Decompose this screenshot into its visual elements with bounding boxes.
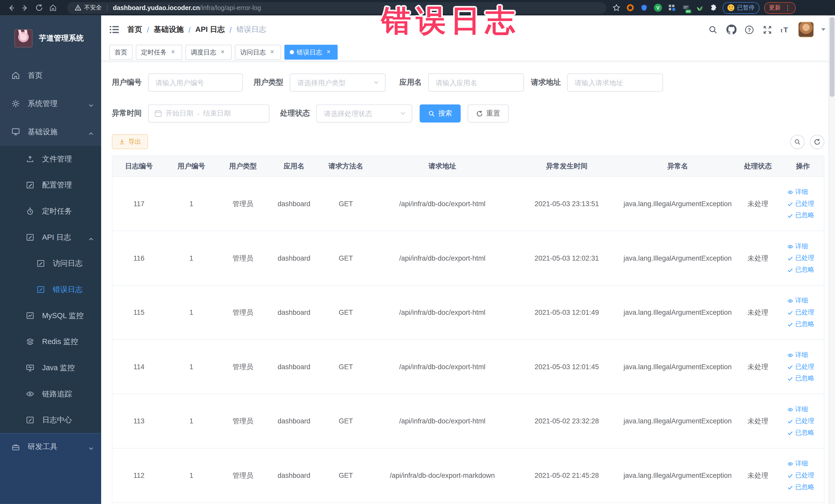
check-icon <box>787 375 794 382</box>
mark-processed-link[interactable]: 已处理 <box>787 308 814 317</box>
sidebar-item-home[interactable]: 首页 <box>0 61 101 89</box>
avatar-caret-icon[interactable] <box>821 28 826 31</box>
user-avatar[interactable] <box>798 22 814 37</box>
sidebar-item-api-log[interactable]: API 日志 <box>0 224 101 250</box>
detail-link[interactable]: 详细 <box>787 350 808 360</box>
url-divider <box>107 5 107 11</box>
detail-link[interactable]: 详细 <box>787 459 808 468</box>
eye-icon <box>787 298 794 304</box>
page-content: 用户编号 用户类型 应用名 请求地址 <box>101 61 835 504</box>
detail-link[interactable]: 详细 <box>787 296 808 305</box>
sidebar-item-error-log[interactable]: 错误日志 <box>0 277 101 303</box>
tag-access-log[interactable]: 访问日志× <box>235 45 281 60</box>
col-user-id: 用户编号 <box>166 161 217 171</box>
sidebar-item-config-mgmt[interactable]: 配置管理 <box>0 172 101 198</box>
request-url-input[interactable] <box>573 78 657 87</box>
sidebar-item-access-log[interactable]: 访问日志 <box>0 250 101 277</box>
mark-ignored-link[interactable]: 已忽略 <box>787 483 814 492</box>
app-name-input[interactable] <box>434 78 518 87</box>
tag-error-log[interactable]: 错误日志× <box>284 45 338 60</box>
breadcrumb-api-log[interactable]: API 日志 <box>195 25 225 34</box>
browser-forward-button[interactable] <box>18 2 32 14</box>
sidebar-item-tracing[interactable]: 链路追踪 <box>0 381 101 407</box>
font-size-icon[interactable]: tT <box>780 24 791 35</box>
mark-ignored-link[interactable]: 已忽略 <box>787 428 814 437</box>
browser-home-button[interactable] <box>46 2 60 14</box>
process-status-select[interactable] <box>316 104 412 123</box>
close-icon[interactable]: × <box>169 48 177 56</box>
github-icon[interactable] <box>726 24 736 35</box>
extension-leaf-icon[interactable] <box>695 3 704 12</box>
bookmark-star-icon[interactable] <box>612 3 621 12</box>
page-url[interactable]: dashboard.yudao.iocoder.cn/infra/log/api… <box>113 4 261 12</box>
sidebar-item-redis-monitor[interactable]: Redis 监控 <box>0 329 101 355</box>
close-icon[interactable]: × <box>268 48 276 56</box>
mark-processed-link[interactable]: 已处理 <box>787 362 814 371</box>
mark-ignored-link[interactable]: 已忽略 <box>787 211 814 220</box>
window-scrollbar[interactable] <box>829 15 835 504</box>
eye-icon <box>26 389 35 399</box>
hamburger-icon[interactable] <box>101 25 127 34</box>
extension-grid-icon[interactable] <box>667 3 676 12</box>
close-icon[interactable]: × <box>325 48 332 56</box>
col-time: 异常发生时间 <box>512 161 622 171</box>
layers-icon <box>26 337 35 346</box>
chevron-down-icon <box>88 101 94 106</box>
breadcrumb-infrastructure[interactable]: 基础设施 <box>154 25 184 34</box>
mark-processed-link[interactable]: 已处理 <box>787 417 814 425</box>
tag-dispatch-log[interactable]: 调度日志× <box>185 45 231 60</box>
detail-link[interactable]: 详细 <box>787 242 808 251</box>
export-button[interactable]: 导出 <box>112 134 148 149</box>
breadcrumb-home[interactable]: 首页 <box>127 25 142 34</box>
mark-processed-link[interactable]: 已处理 <box>787 199 814 208</box>
sidebar-item-system-mgmt[interactable]: 系统管理 <box>0 89 101 118</box>
sidebar-item-mysql-monitor[interactable]: MySQL 监控 <box>0 302 101 329</box>
sidebar-logo[interactable]: 芋道管理系统 <box>0 15 101 61</box>
close-icon[interactable]: × <box>219 48 226 56</box>
help-icon[interactable]: ? <box>744 24 754 35</box>
sidebar-item-dev-tools[interactable]: 研发工具 <box>0 434 101 460</box>
sidebar-item-log-center[interactable]: 日志中心 <box>0 407 101 433</box>
date-range-picker[interactable]: 开始日期 - 结束日期 <box>148 104 269 123</box>
mark-processed-link[interactable]: 已处理 <box>787 471 814 480</box>
detail-link[interactable]: 详细 <box>787 187 808 196</box>
sidebar-item-java-monitor[interactable]: Java 监控 <box>0 355 101 381</box>
fullscreen-icon[interactable] <box>762 24 773 35</box>
scrollbar-thumb[interactable] <box>830 17 834 97</box>
extension-on-icon[interactable]: on <box>681 3 690 12</box>
refresh-icon <box>814 138 821 145</box>
tag-scheduled-jobs[interactable]: 定时任务× <box>136 45 182 60</box>
user-type-select-input[interactable] <box>296 78 370 87</box>
browser-update-button[interactable]: 更新 ⋮ <box>764 2 795 14</box>
user-type-select[interactable] <box>290 74 386 92</box>
tag-home[interactable]: 首页 <box>109 45 133 60</box>
search-icon[interactable] <box>708 24 718 35</box>
browser-menu-icon[interactable]: ⋮ <box>785 5 791 11</box>
extension-green-v-icon[interactable]: V <box>653 3 663 12</box>
mark-ignored-link[interactable]: 已忽略 <box>787 374 814 383</box>
search-button[interactable]: 搜索 <box>420 104 461 123</box>
mark-ignored-link[interactable]: 已忽略 <box>787 320 814 329</box>
process-status-select-input[interactable] <box>323 109 396 118</box>
extensions-puzzle-icon[interactable] <box>709 3 718 12</box>
toggle-search-button[interactable] <box>790 135 805 149</box>
refresh-table-button[interactable] <box>810 135 824 149</box>
user-id-input[interactable] <box>155 78 237 87</box>
sidebar-item-scheduled-jobs[interactable]: 定时任务 <box>0 198 101 224</box>
mark-ignored-link[interactable]: 已忽略 <box>787 265 814 274</box>
breadcrumb-error-log: 错误日志 <box>237 25 266 34</box>
extension-shield-icon[interactable] <box>640 3 649 12</box>
reset-button[interactable]: 重置 <box>468 104 509 123</box>
browser-back-button[interactable] <box>4 2 18 14</box>
sidebar-item-file-mgmt[interactable]: 文件管理 <box>0 146 101 172</box>
timer-icon <box>26 207 35 216</box>
mark-processed-link[interactable]: 已处理 <box>787 254 814 263</box>
col-method: 请求方法名 <box>319 161 372 171</box>
detail-link[interactable]: 详细 <box>787 405 808 414</box>
browser-address-bar[interactable]: 不安全 dashboard.yudao.iocoder.cn/infra/log… <box>67 2 607 14</box>
browser-reload-button[interactable] <box>32 2 46 14</box>
extension-orange-icon[interactable] <box>626 3 635 12</box>
security-warning[interactable]: 不安全 <box>75 4 102 12</box>
sidebar-item-infrastructure[interactable]: 基础设施 <box>0 118 101 146</box>
profile-paused-badge[interactable]: 已暂停 <box>722 2 759 14</box>
